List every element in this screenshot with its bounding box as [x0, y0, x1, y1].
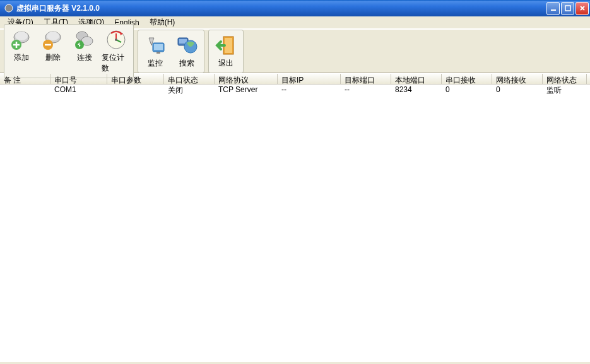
col-port-params[interactable]: 串口参数 — [107, 74, 164, 84]
minimize-button[interactable] — [546, 2, 560, 15]
cell-port-recv: 0 — [442, 85, 492, 95]
cell-target-ip: -- — [278, 85, 341, 95]
cell-net-protocol: TCP Server — [215, 85, 278, 95]
svg-point-0 — [5, 4, 13, 12]
exit-label: 退出 — [218, 58, 233, 69]
connect-label: 连接 — [77, 52, 92, 63]
cell-port-no: COM1 — [50, 85, 107, 95]
svg-rect-2 — [565, 6, 570, 11]
cell-remark — [0, 85, 50, 95]
svg-rect-17 — [156, 52, 160, 54]
search-button[interactable]: 搜索 — [171, 32, 203, 71]
col-net-recv[interactable]: 网络接收 — [492, 74, 543, 84]
col-local-port[interactable]: 本地端口 — [391, 74, 442, 84]
col-net-protocol[interactable]: 网络协议 — [215, 74, 278, 84]
table-row[interactable]: COM1 关闭 TCP Server -- -- 8234 0 0 监听 — [0, 85, 590, 95]
col-remark[interactable]: 备 注 — [0, 74, 50, 84]
reset-icon — [105, 28, 127, 51]
col-target-ip[interactable]: 目标IP — [278, 74, 341, 84]
col-port-recv[interactable]: 串口接收 — [442, 74, 492, 84]
delete-label: 删除 — [45, 52, 61, 63]
col-port-status[interactable]: 串口状态 — [164, 74, 215, 84]
delete-button[interactable]: 删除 — [37, 26, 69, 76]
cell-net-recv: 0 — [492, 85, 543, 95]
monitor-button[interactable]: 监控 — [139, 32, 171, 71]
exit-button[interactable]: 退出 — [210, 32, 242, 71]
exit-icon — [215, 34, 237, 57]
list-header: 备 注 串口号 串口参数 串口状态 网络协议 目标IP 目标端口 本地端口 串口… — [0, 73, 590, 85]
monitor-icon — [144, 34, 167, 57]
list-body[interactable]: COM1 关闭 TCP Server -- -- 8234 0 0 监听 — [0, 85, 590, 362]
add-button[interactable]: 添加 — [6, 26, 37, 76]
delete-icon — [42, 28, 64, 51]
svg-rect-1 — [551, 9, 556, 11]
monitor-label: 监控 — [148, 58, 163, 69]
maximize-button[interactable] — [561, 2, 574, 15]
reset-label: 复位计数 — [102, 52, 131, 74]
col-target-port[interactable]: 目标端口 — [341, 74, 391, 84]
search-label: 搜索 — [179, 58, 194, 69]
svg-point-7 — [47, 32, 59, 40]
connect-icon — [73, 28, 96, 51]
cell-local-port: 8234 — [391, 85, 442, 95]
svg-rect-16 — [154, 44, 163, 50]
toolbar: 添加 删除 连接 — [0, 29, 590, 73]
cell-port-status: 关闭 — [164, 85, 215, 95]
add-icon — [10, 28, 33, 51]
cell-port-params — [107, 85, 164, 95]
app-icon — [4, 3, 14, 13]
window-title: 虚拟串口服务器 V2.1.0.0 — [16, 3, 546, 14]
reset-count-button[interactable]: 复位计数 — [100, 26, 132, 76]
add-label: 添加 — [14, 52, 29, 63]
titlebar: 虚拟串口服务器 V2.1.0.0 — [0, 0, 590, 16]
svg-point-13 — [115, 38, 117, 41]
close-button[interactable] — [575, 2, 589, 15]
menu-help[interactable]: 帮助(H) — [145, 16, 180, 29]
svg-point-4 — [15, 32, 28, 40]
col-net-status[interactable]: 网络状态 — [543, 74, 587, 84]
connect-button[interactable]: 连接 — [69, 26, 100, 76]
col-port-no[interactable]: 串口号 — [50, 74, 107, 84]
cell-target-port: -- — [341, 85, 391, 95]
cell-net-status: 监听 — [543, 85, 587, 95]
search-icon — [175, 34, 198, 57]
